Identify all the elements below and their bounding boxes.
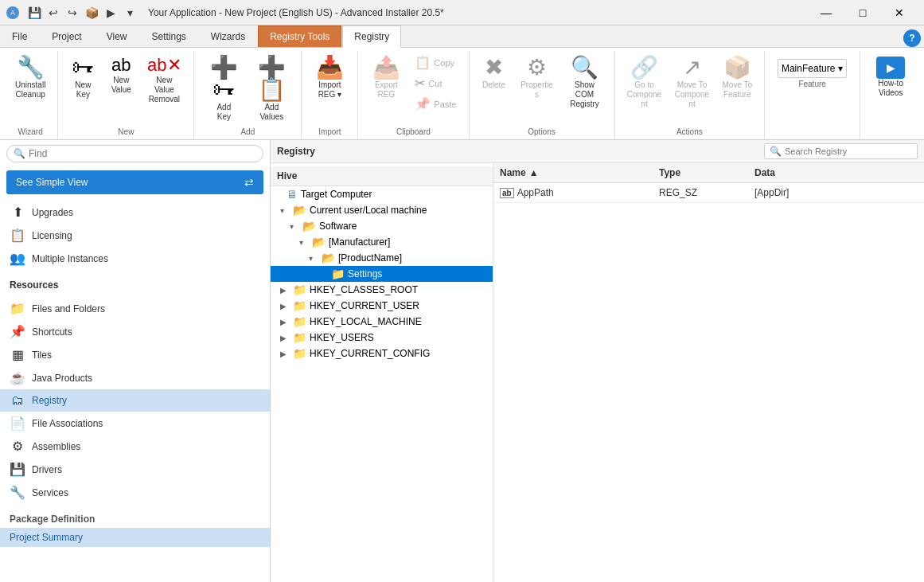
wizard-group-label: Wizard <box>10 126 51 139</box>
folder-icon: 📁 <box>293 283 306 296</box>
licensing-label: Licensing <box>32 230 72 241</box>
new-key-label: NewKey <box>75 80 91 100</box>
export-reg-btn[interactable]: 📤 ExportREG <box>365 53 407 104</box>
properties-btn[interactable]: ⚙ Properties <box>514 53 560 104</box>
move-to-component-btn[interactable]: ↗ Move ToComponent <box>669 53 715 113</box>
undo-quick-btn[interactable]: ↩ <box>45 4 62 21</box>
sidebar-item-shortcuts[interactable]: 📌 Shortcuts <box>0 320 270 343</box>
tree-item-hkey-current-user[interactable]: ▶ 📁 HKEY_CURRENT_USER <box>271 298 493 314</box>
tree-item-settings[interactable]: 📁 Settings <box>271 266 493 282</box>
options-group-label: Options <box>476 126 608 139</box>
title-bar-left: A 💾 ↩ ↪ 📦 ▶ ▾ Your Application - New Pro… <box>6 4 444 21</box>
tab-registry-tools[interactable]: Registry Tools <box>258 25 341 47</box>
registry-search-input[interactable] <box>785 146 912 156</box>
type-col-header: Type <box>653 166 748 180</box>
minimize-btn[interactable]: — <box>808 0 844 25</box>
import-reg-label: ImportREG ▾ <box>318 80 341 100</box>
sidebar-item-multiple-instances[interactable]: 👥 Multiple Instances <box>0 247 270 270</box>
tree-item-manufacturer[interactable]: ▾ 📂 [Manufacturer] <box>271 234 493 250</box>
actions-group-label: Actions <box>622 126 758 139</box>
tree-item-productname[interactable]: ▾ 📂 [ProductName] <box>271 250 493 266</box>
uninstall-cleanup-icon: 🔧 <box>17 57 45 79</box>
sidebar-item-file-associations[interactable]: 📄 File Associations <box>0 412 270 435</box>
import-reg-btn[interactable]: 📥 ImportREG ▾ <box>308 53 351 104</box>
title-bar: A 💾 ↩ ↪ 📦 ▶ ▾ Your Application - New Pro… <box>0 0 924 25</box>
simple-view-btn[interactable]: See Simple View ⇄ <box>6 170 263 194</box>
tab-project[interactable]: Project <box>40 25 93 47</box>
goto-icon: 🔗 <box>630 57 658 79</box>
cut-label: Cut <box>428 79 442 88</box>
tree-item-current-user[interactable]: ▾ 📂 Current user/Local machine <box>271 202 493 218</box>
sidebar-item-licensing[interactable]: 📋 Licensing <box>0 224 270 247</box>
new-value-removal-btn[interactable]: ab✕ New Value Removal <box>141 53 187 108</box>
copy-btn[interactable]: 📋 Copy <box>409 53 462 72</box>
cut-icon: ✂ <box>415 76 425 91</box>
new-value-icon: ab <box>111 57 131 74</box>
feature-dropdown[interactable]: MainFeature ▾ <box>778 59 847 78</box>
redo-quick-btn[interactable]: ↪ <box>64 4 81 21</box>
tree-label: HKEY_CURRENT_USER <box>310 300 419 311</box>
search-icon: 🔍 <box>14 148 25 159</box>
data-col-header: Data <box>748 166 924 180</box>
sidebar-item-tiles[interactable]: ▦ Tiles <box>0 343 270 366</box>
menu-quick-btn[interactable]: ▾ <box>121 4 138 21</box>
sidebar-item-upgrades[interactable]: ⬆ Upgrades <box>0 201 270 224</box>
ribbon-group-add-buttons: ➕🗝 AddKey ➕📋 AddValues <box>201 53 294 126</box>
close-btn[interactable]: ✕ <box>881 0 918 25</box>
howto-label: How-toVideos <box>878 79 903 98</box>
tab-registry[interactable]: Registry <box>342 25 401 48</box>
registry-search-box[interactable]: 🔍 <box>764 143 918 159</box>
ribbon-group-wizard-buttons: 🔧 UninstallCleanup <box>10 53 51 126</box>
delete-btn[interactable]: ✖ Delete <box>476 53 513 94</box>
build-quick-btn[interactable]: 📦 <box>83 4 100 21</box>
add-values-btn[interactable]: ➕📋 AddValues <box>248 53 294 126</box>
registry-values-table: ab AppPath REG_SZ [AppDir] <box>493 183 924 582</box>
sidebar-item-registry[interactable]: 🗂 Registry <box>0 389 270 412</box>
howto-play-icon: ▶ <box>876 57 905 79</box>
move-to-feature-btn[interactable]: 📦 Move ToFeature <box>717 53 758 104</box>
feature-group-label: Feature <box>771 78 853 92</box>
delete-label: Delete <box>482 80 505 90</box>
show-com-registry-btn[interactable]: 🔍 Show COMRegistry <box>562 53 608 113</box>
tab-file[interactable]: File <box>0 25 39 47</box>
uninstall-cleanup-btn[interactable]: 🔧 UninstallCleanup <box>10 53 51 104</box>
maximize-btn[interactable]: □ <box>844 0 881 25</box>
new-value-label: NewValue <box>111 76 131 95</box>
cut-btn[interactable]: ✂ Cut <box>409 73 462 93</box>
save-quick-btn[interactable]: 💾 <box>25 4 43 21</box>
tree-item-hkey-local-machine[interactable]: ▶ 📁 HKEY_LOCAL_MACHINE <box>271 314 493 330</box>
sidebar-item-assemblies[interactable]: ⚙ Assemblies <box>0 435 270 458</box>
add-key-btn[interactable]: ➕🗝 AddKey <box>201 53 247 126</box>
sidebar-item-java-products[interactable]: ☕ Java Products <box>0 366 270 389</box>
paste-btn[interactable]: 📌 Paste <box>409 94 462 114</box>
licensing-icon: 📋 <box>10 228 25 243</box>
upgrades-label: Upgrades <box>32 207 73 218</box>
tree-item-hkey-current-config[interactable]: ▶ 📁 HKEY_CURRENT_CONFIG <box>271 346 493 361</box>
sidebar: 🔍 See Simple View ⇄ ⬆ Upgrades 📋 Licensi… <box>0 140 271 582</box>
run-quick-btn[interactable]: ▶ <box>102 4 119 21</box>
search-input[interactable] <box>29 148 256 159</box>
new-key-btn[interactable]: 🗝 NewKey <box>64 53 101 104</box>
sidebar-item-files-folders[interactable]: 📁 Files and Folders <box>0 297 270 320</box>
tree-item-target-computer[interactable]: 🖥 Target Computer <box>271 186 493 202</box>
name-cell: ab AppPath <box>493 186 653 200</box>
tree-item-hkey-users[interactable]: ▶ 📁 HKEY_USERS <box>271 330 493 346</box>
assemblies-icon: ⚙ <box>10 439 25 454</box>
tab-wizards[interactable]: Wizards <box>199 25 257 47</box>
tab-settings[interactable]: Settings <box>140 25 198 47</box>
new-value-btn[interactable]: ab NewValue <box>103 53 139 99</box>
table-row[interactable]: ab AppPath REG_SZ [AppDir] <box>493 183 924 203</box>
sidebar-item-drivers[interactable]: 💾 Drivers <box>0 458 270 481</box>
tab-view[interactable]: View <box>95 25 139 47</box>
search-box[interactable]: 🔍 <box>6 145 263 162</box>
help-btn[interactable]: ? <box>903 29 921 47</box>
howto-videos-btn[interactable]: ▶ How-toVideos <box>867 53 914 102</box>
folder-icon: 📁 <box>331 268 345 280</box>
sidebar-item-services[interactable]: 🔧 Services <box>0 481 270 504</box>
swap-icon: ⇄ <box>244 176 254 189</box>
sidebar-item-project-summary[interactable]: Project Summary <box>0 528 270 547</box>
tree-item-hkey-classes-root[interactable]: ▶ 📁 HKEY_CLASSES_ROOT <box>271 282 493 298</box>
goto-component-btn[interactable]: 🔗 Go toComponent <box>622 53 668 113</box>
tree-item-software[interactable]: ▾ 📂 Software <box>271 218 493 234</box>
sidebar-resources-items: 📁 Files and Folders 📌 Shortcuts ▦ Tiles … <box>0 294 270 507</box>
